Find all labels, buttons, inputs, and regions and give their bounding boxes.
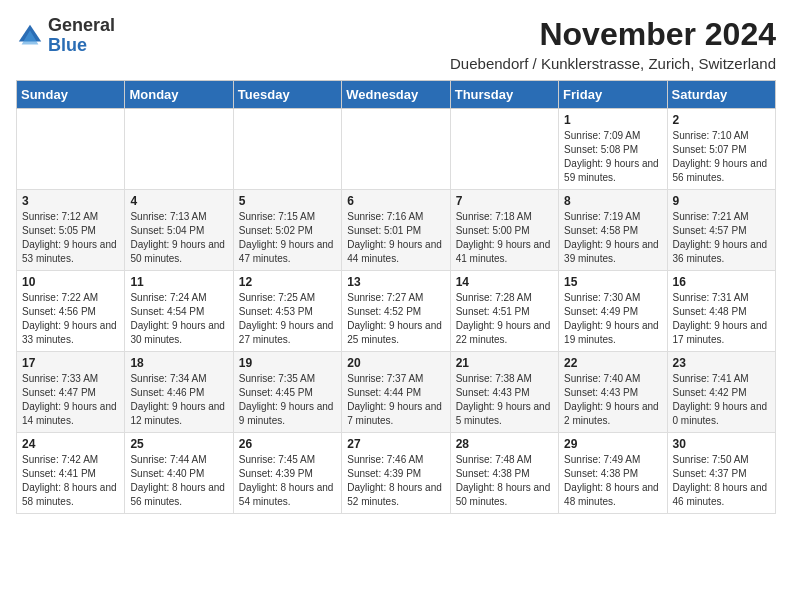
day-info: Sunrise: 7:18 AM Sunset: 5:00 PM Dayligh… bbox=[456, 210, 553, 266]
day-info: Sunrise: 7:28 AM Sunset: 4:51 PM Dayligh… bbox=[456, 291, 553, 347]
calendar-day-cell: 17Sunrise: 7:33 AM Sunset: 4:47 PM Dayli… bbox=[17, 352, 125, 433]
day-info: Sunrise: 7:27 AM Sunset: 4:52 PM Dayligh… bbox=[347, 291, 444, 347]
day-number: 19 bbox=[239, 356, 336, 370]
calendar-day-cell: 18Sunrise: 7:34 AM Sunset: 4:46 PM Dayli… bbox=[125, 352, 233, 433]
calendar-day-cell: 1Sunrise: 7:09 AM Sunset: 5:08 PM Daylig… bbox=[559, 109, 667, 190]
logo-text: General Blue bbox=[48, 16, 115, 56]
calendar-day-cell: 25Sunrise: 7:44 AM Sunset: 4:40 PM Dayli… bbox=[125, 433, 233, 514]
calendar-day-cell: 2Sunrise: 7:10 AM Sunset: 5:07 PM Daylig… bbox=[667, 109, 775, 190]
calendar-day-cell bbox=[233, 109, 341, 190]
title-block: November 2024 Duebendorf / Kunklerstrass… bbox=[450, 16, 776, 72]
day-number: 13 bbox=[347, 275, 444, 289]
day-info: Sunrise: 7:40 AM Sunset: 4:43 PM Dayligh… bbox=[564, 372, 661, 428]
calendar-day-cell: 21Sunrise: 7:38 AM Sunset: 4:43 PM Dayli… bbox=[450, 352, 558, 433]
calendar-day-cell: 5Sunrise: 7:15 AM Sunset: 5:02 PM Daylig… bbox=[233, 190, 341, 271]
day-info: Sunrise: 7:38 AM Sunset: 4:43 PM Dayligh… bbox=[456, 372, 553, 428]
day-info: Sunrise: 7:13 AM Sunset: 5:04 PM Dayligh… bbox=[130, 210, 227, 266]
page-header: General Blue November 2024 Duebendorf / … bbox=[16, 16, 776, 72]
day-info: Sunrise: 7:31 AM Sunset: 4:48 PM Dayligh… bbox=[673, 291, 770, 347]
day-number: 2 bbox=[673, 113, 770, 127]
calendar-day-cell: 27Sunrise: 7:46 AM Sunset: 4:39 PM Dayli… bbox=[342, 433, 450, 514]
calendar-day-cell: 15Sunrise: 7:30 AM Sunset: 4:49 PM Dayli… bbox=[559, 271, 667, 352]
calendar-week-row: 10Sunrise: 7:22 AM Sunset: 4:56 PM Dayli… bbox=[17, 271, 776, 352]
location-title: Duebendorf / Kunklerstrasse, Zurich, Swi… bbox=[450, 55, 776, 72]
day-number: 3 bbox=[22, 194, 119, 208]
day-info: Sunrise: 7:24 AM Sunset: 4:54 PM Dayligh… bbox=[130, 291, 227, 347]
calendar-day-cell: 6Sunrise: 7:16 AM Sunset: 5:01 PM Daylig… bbox=[342, 190, 450, 271]
calendar-day-cell: 16Sunrise: 7:31 AM Sunset: 4:48 PM Dayli… bbox=[667, 271, 775, 352]
day-info: Sunrise: 7:42 AM Sunset: 4:41 PM Dayligh… bbox=[22, 453, 119, 509]
day-number: 6 bbox=[347, 194, 444, 208]
calendar-day-cell bbox=[342, 109, 450, 190]
logo-icon bbox=[16, 22, 44, 50]
day-number: 9 bbox=[673, 194, 770, 208]
day-info: Sunrise: 7:33 AM Sunset: 4:47 PM Dayligh… bbox=[22, 372, 119, 428]
day-number: 5 bbox=[239, 194, 336, 208]
day-info: Sunrise: 7:21 AM Sunset: 4:57 PM Dayligh… bbox=[673, 210, 770, 266]
day-info: Sunrise: 7:44 AM Sunset: 4:40 PM Dayligh… bbox=[130, 453, 227, 509]
day-info: Sunrise: 7:15 AM Sunset: 5:02 PM Dayligh… bbox=[239, 210, 336, 266]
calendar-day-cell: 4Sunrise: 7:13 AM Sunset: 5:04 PM Daylig… bbox=[125, 190, 233, 271]
calendar-day-cell: 10Sunrise: 7:22 AM Sunset: 4:56 PM Dayli… bbox=[17, 271, 125, 352]
calendar-day-cell: 19Sunrise: 7:35 AM Sunset: 4:45 PM Dayli… bbox=[233, 352, 341, 433]
calendar-day-cell bbox=[450, 109, 558, 190]
day-number: 12 bbox=[239, 275, 336, 289]
day-info: Sunrise: 7:09 AM Sunset: 5:08 PM Dayligh… bbox=[564, 129, 661, 185]
calendar-week-row: 24Sunrise: 7:42 AM Sunset: 4:41 PM Dayli… bbox=[17, 433, 776, 514]
day-number: 14 bbox=[456, 275, 553, 289]
day-info: Sunrise: 7:46 AM Sunset: 4:39 PM Dayligh… bbox=[347, 453, 444, 509]
calendar-day-cell: 28Sunrise: 7:48 AM Sunset: 4:38 PM Dayli… bbox=[450, 433, 558, 514]
day-info: Sunrise: 7:30 AM Sunset: 4:49 PM Dayligh… bbox=[564, 291, 661, 347]
day-number: 10 bbox=[22, 275, 119, 289]
logo: General Blue bbox=[16, 16, 115, 56]
day-number: 18 bbox=[130, 356, 227, 370]
day-number: 22 bbox=[564, 356, 661, 370]
day-number: 4 bbox=[130, 194, 227, 208]
day-info: Sunrise: 7:10 AM Sunset: 5:07 PM Dayligh… bbox=[673, 129, 770, 185]
day-number: 23 bbox=[673, 356, 770, 370]
day-info: Sunrise: 7:49 AM Sunset: 4:38 PM Dayligh… bbox=[564, 453, 661, 509]
calendar-day-cell bbox=[125, 109, 233, 190]
day-info: Sunrise: 7:25 AM Sunset: 4:53 PM Dayligh… bbox=[239, 291, 336, 347]
calendar-day-cell: 14Sunrise: 7:28 AM Sunset: 4:51 PM Dayli… bbox=[450, 271, 558, 352]
calendar-week-row: 17Sunrise: 7:33 AM Sunset: 4:47 PM Dayli… bbox=[17, 352, 776, 433]
day-number: 7 bbox=[456, 194, 553, 208]
day-info: Sunrise: 7:12 AM Sunset: 5:05 PM Dayligh… bbox=[22, 210, 119, 266]
day-number: 24 bbox=[22, 437, 119, 451]
day-number: 8 bbox=[564, 194, 661, 208]
weekday-header-cell: Wednesday bbox=[342, 81, 450, 109]
day-number: 20 bbox=[347, 356, 444, 370]
weekday-header-row: SundayMondayTuesdayWednesdayThursdayFrid… bbox=[17, 81, 776, 109]
day-number: 1 bbox=[564, 113, 661, 127]
calendar-week-row: 1Sunrise: 7:09 AM Sunset: 5:08 PM Daylig… bbox=[17, 109, 776, 190]
day-number: 16 bbox=[673, 275, 770, 289]
day-info: Sunrise: 7:41 AM Sunset: 4:42 PM Dayligh… bbox=[673, 372, 770, 428]
weekday-header-cell: Sunday bbox=[17, 81, 125, 109]
calendar-day-cell: 30Sunrise: 7:50 AM Sunset: 4:37 PM Dayli… bbox=[667, 433, 775, 514]
calendar-week-row: 3Sunrise: 7:12 AM Sunset: 5:05 PM Daylig… bbox=[17, 190, 776, 271]
weekday-header-cell: Tuesday bbox=[233, 81, 341, 109]
month-title: November 2024 bbox=[450, 16, 776, 53]
day-number: 21 bbox=[456, 356, 553, 370]
day-number: 27 bbox=[347, 437, 444, 451]
day-info: Sunrise: 7:35 AM Sunset: 4:45 PM Dayligh… bbox=[239, 372, 336, 428]
calendar-day-cell: 11Sunrise: 7:24 AM Sunset: 4:54 PM Dayli… bbox=[125, 271, 233, 352]
weekday-header-cell: Friday bbox=[559, 81, 667, 109]
calendar-day-cell: 8Sunrise: 7:19 AM Sunset: 4:58 PM Daylig… bbox=[559, 190, 667, 271]
calendar-day-cell: 23Sunrise: 7:41 AM Sunset: 4:42 PM Dayli… bbox=[667, 352, 775, 433]
day-number: 29 bbox=[564, 437, 661, 451]
day-number: 28 bbox=[456, 437, 553, 451]
day-number: 26 bbox=[239, 437, 336, 451]
calendar-day-cell bbox=[17, 109, 125, 190]
calendar-day-cell: 24Sunrise: 7:42 AM Sunset: 4:41 PM Dayli… bbox=[17, 433, 125, 514]
day-info: Sunrise: 7:19 AM Sunset: 4:58 PM Dayligh… bbox=[564, 210, 661, 266]
weekday-header-cell: Monday bbox=[125, 81, 233, 109]
day-number: 15 bbox=[564, 275, 661, 289]
calendar-table: SundayMondayTuesdayWednesdayThursdayFrid… bbox=[16, 80, 776, 514]
day-info: Sunrise: 7:34 AM Sunset: 4:46 PM Dayligh… bbox=[130, 372, 227, 428]
day-number: 11 bbox=[130, 275, 227, 289]
day-info: Sunrise: 7:48 AM Sunset: 4:38 PM Dayligh… bbox=[456, 453, 553, 509]
day-info: Sunrise: 7:45 AM Sunset: 4:39 PM Dayligh… bbox=[239, 453, 336, 509]
calendar-day-cell: 20Sunrise: 7:37 AM Sunset: 4:44 PM Dayli… bbox=[342, 352, 450, 433]
day-info: Sunrise: 7:50 AM Sunset: 4:37 PM Dayligh… bbox=[673, 453, 770, 509]
